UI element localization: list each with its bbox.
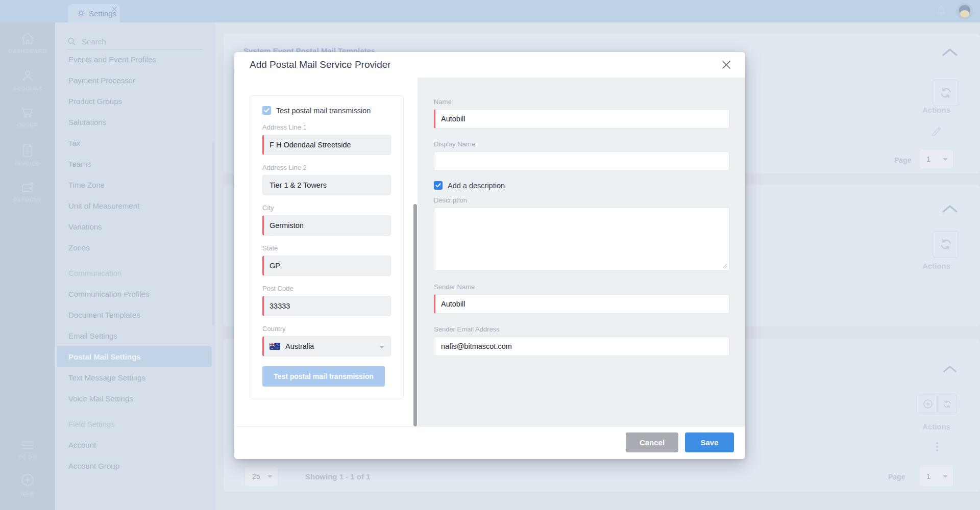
add-description-checkbox-row[interactable]: Add a description — [434, 181, 729, 190]
edit-pencil-icon[interactable] — [931, 124, 942, 136]
settings-item-email-settings[interactable]: Email Settings — [57, 325, 212, 346]
country-select-value: Australia — [285, 342, 314, 350]
page-select[interactable]: 1 — [919, 466, 953, 487]
name-input[interactable] — [441, 115, 729, 123]
dialog-scrollbar-thumb[interactable] — [413, 204, 417, 426]
cancel-button[interactable]: Cancel — [626, 432, 678, 452]
city-input[interactable] — [270, 221, 390, 230]
save-button[interactable]: Save — [685, 432, 734, 452]
settings-item-variations[interactable]: Variations — [57, 216, 212, 237]
address-line-2-input-box — [262, 175, 391, 195]
showing-results-text: Showing 1 - 1 of 1 — [305, 472, 371, 481]
settings-item-document-templates[interactable]: Document Templates — [57, 304, 212, 325]
user-icon — [20, 68, 35, 83]
field-label: Post Code — [262, 285, 391, 292]
post-code-input-box — [262, 296, 391, 316]
field-label: City — [262, 204, 391, 212]
refresh-button[interactable] — [933, 80, 959, 106]
settings-item-events-and-event-profiles[interactable]: Events and Event Profiles — [57, 49, 212, 70]
refresh-icon — [939, 86, 952, 99]
sidebar-item-label: DASHBOARD — [8, 48, 46, 54]
refresh-icon — [939, 238, 952, 251]
settings-item-text-message-settings[interactable]: Text Message Settings — [57, 367, 212, 388]
field-state: State — [262, 244, 391, 276]
sidebar-item-dashboard[interactable]: DASHBOARD — [0, 32, 55, 54]
post-code-input[interactable] — [270, 302, 390, 310]
address-line-1-input[interactable] — [270, 141, 390, 149]
settings-panel-scrollbar[interactable] — [212, 142, 214, 326]
display-name-input[interactable] — [441, 157, 729, 165]
test-postal-mail-transmission-button[interactable]: Test postal mail transmission — [262, 366, 385, 387]
field-name: Name — [434, 98, 729, 129]
user-avatar[interactable] — [957, 3, 973, 19]
collapse-chevron-up-icon[interactable] — [942, 205, 958, 213]
field-label: Sender Name — [434, 283, 729, 291]
address-line-2-input[interactable] — [270, 181, 390, 189]
gear-icon — [77, 9, 85, 17]
page-select[interactable]: 1 — [919, 149, 953, 169]
country-select[interactable]: Australia — [262, 336, 391, 356]
field-label: Name — [434, 98, 729, 106]
app-root: System Event Postal Mail Templates Actio… — [0, 0, 980, 510]
collapse-chevron-up-icon[interactable] — [943, 365, 957, 373]
sidebar-item-label: TO DO — [18, 454, 37, 460]
settings-item-teams[interactable]: Teams — [57, 154, 212, 174]
collapse-chevron-up-icon[interactable] — [942, 48, 958, 57]
settings-item-account-group[interactable]: Account Group — [57, 455, 212, 476]
settings-item-communication-profiles[interactable]: Communication Profiles — [57, 284, 212, 304]
settings-item-unit-of-measurement[interactable]: Unit of Measurement — [57, 195, 212, 216]
settings-item-zones[interactable]: Zones — [57, 237, 212, 258]
address-line-1-input-box — [262, 135, 391, 155]
sidebar-item-account[interactable]: ACCOUNT — [0, 68, 55, 92]
dialog-header: Add Postal Mail Service Provider — [234, 52, 745, 78]
checkbox-checked-icon[interactable] — [262, 106, 271, 115]
settings-item-tax[interactable]: Tax — [57, 133, 212, 154]
topbar-right — [936, 0, 973, 22]
notifications-bell-icon[interactable] — [936, 6, 947, 17]
dialog-left-pane: Test postal mail transmission Address Li… — [234, 78, 418, 426]
plus-circle-icon — [923, 399, 933, 409]
sidebar-item-label: PAYMENT — [14, 197, 42, 203]
state-input[interactable] — [270, 262, 390, 270]
resize-grip-icon[interactable] — [722, 264, 727, 269]
field-sender-name: Sender Name — [434, 283, 729, 314]
test-transmission-checkbox-row[interactable]: Test postal mail transmission — [262, 106, 391, 115]
refresh-button[interactable] — [937, 395, 957, 413]
settings-item-voice-mail-settings[interactable]: Voice Mail Settings — [57, 388, 212, 409]
sidebar-item-payment[interactable]: PAYMENT — [0, 181, 55, 203]
table-toolbar — [918, 395, 957, 413]
settings-item-postal-mail-settings[interactable]: Postal Mail Settings — [57, 346, 212, 367]
tab-close-icon[interactable] — [111, 6, 117, 12]
sidebar-item-invoice[interactable]: INVOICE — [0, 143, 55, 167]
name-input-box — [434, 109, 729, 129]
description-textarea-box — [434, 208, 729, 271]
row-menu-dots-icon[interactable] — [932, 441, 942, 453]
sender-email-input[interactable] — [441, 342, 729, 350]
settings-item-account[interactable]: Account — [57, 435, 212, 455]
sidebar-item-label: ACCOUNT — [13, 86, 42, 92]
refresh-button[interactable] — [933, 231, 959, 258]
field-description: Description — [434, 196, 729, 271]
refresh-icon — [942, 399, 952, 409]
sidebar-item-new[interactable]: NEW — [0, 473, 55, 496]
dialog-close-icon[interactable] — [720, 59, 732, 71]
sidebar-item-order[interactable]: ORDER — [0, 106, 55, 128]
add-button[interactable] — [918, 395, 937, 413]
settings-item-salutations[interactable]: Salutations — [57, 112, 212, 133]
settings-item-time-zone[interactable]: Time Zone — [57, 174, 212, 195]
per-page-select[interactable]: 25 — [244, 466, 278, 487]
plus-circle-icon — [20, 473, 35, 487]
sender-name-input[interactable] — [441, 300, 729, 308]
sidebar-item-label: INVOICE — [15, 161, 40, 167]
search-input[interactable] — [81, 37, 203, 46]
settings-item-product-groups[interactable]: Product Groups — [57, 91, 212, 112]
field-label: Address Line 2 — [262, 164, 391, 171]
topbar: Settings — [0, 0, 980, 22]
checkbox-checked-icon[interactable] — [434, 181, 443, 190]
checkbox-label: Add a description — [448, 182, 505, 190]
page-label: Page — [894, 156, 911, 164]
settings-item-payment-processor[interactable]: Payment Processor — [57, 70, 212, 91]
description-textarea[interactable] — [434, 208, 729, 270]
sidebar-item-todo[interactable]: TO DO — [0, 440, 55, 460]
tab-settings[interactable]: Settings — [68, 4, 120, 22]
